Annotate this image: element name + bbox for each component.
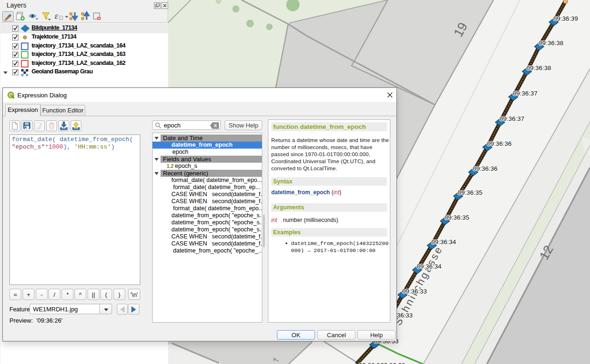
svg-text:09:36:33: 09:36:33 [402,288,427,295]
svg-text:09:36:34: 09:36:34 [431,238,456,245]
svg-text:09:36:39: 09:36:39 [553,15,578,22]
svg-text:09:36:32: 09:36:32 [359,362,384,364]
svg-text:ε: ε [55,11,58,21]
svg-text:09:36:37: 09:36:37 [500,115,525,122]
svg-text:09:36:34: 09:36:34 [417,263,442,270]
svg-text:09:36:33: 09:36:33 [380,362,405,364]
svg-text:09:36:38: 09:36:38 [539,40,564,47]
svg-text:09:36:38: 09:36:38 [526,64,551,71]
svg-text:09:36:35: 09:36:35 [445,214,469,221]
svg-text:09:36:36: 09:36:36 [473,165,498,172]
svg-text:09:36:37: 09:36:37 [513,90,538,97]
svg-text:09:36:35: 09:36:35 [458,189,483,196]
svg-text:09:36:36: 09:36:36 [487,140,512,147]
